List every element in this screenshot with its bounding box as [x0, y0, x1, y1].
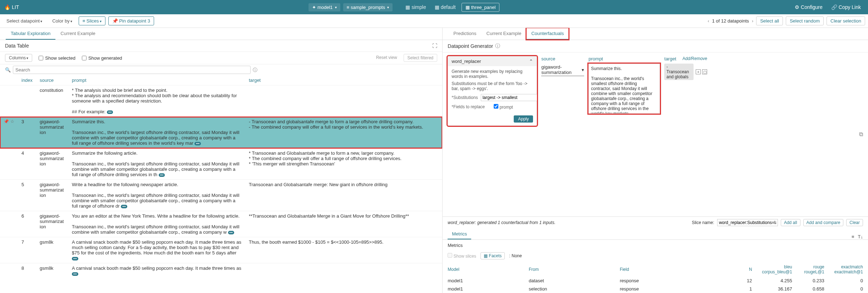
field-prompt-checkbox[interactable]: prompt [494, 104, 533, 110]
app-logo: 🔥 LIT [4, 4, 19, 10]
configure-button[interactable]: ⚙ Configure [792, 3, 825, 11]
cell-prompt: A carnival snack booth made $50 selling … [68, 237, 245, 263]
cell-source: gigaword-summarization [36, 117, 68, 148]
help-icon[interactable]: ⓘ [495, 43, 500, 49]
star-icon[interactable]: ☆ [10, 119, 14, 124]
col-index[interactable]: index [18, 75, 36, 85]
cell-index: 7 [18, 237, 36, 263]
expand-icon[interactable]: ⛶ [432, 43, 437, 49]
slices-button[interactable]: ≡ Slices [79, 16, 105, 25]
cell-prompt: A carnival snack booth made $50 selling … [68, 263, 245, 279]
show-selected-checkbox[interactable]: Show selected [39, 55, 75, 61]
tab-current-example-right[interactable]: Current Example [482, 28, 527, 40]
fields-label: *Fields to replace [452, 104, 491, 109]
mcol-model[interactable]: Model [443, 262, 524, 277]
mcol-rouge[interactable]: rouge rougeL@1 [797, 262, 829, 277]
tab-tabular-exploration[interactable]: Tabular Exploration [6, 28, 55, 40]
ellipsis-icon[interactable]: ••• [159, 173, 165, 177]
slice-name-input[interactable] [717, 219, 778, 226]
cell-target: - Transocean and globalsantafe merge to … [245, 117, 442, 148]
remove-icon[interactable]: ▢ [702, 69, 707, 74]
tab-metrics[interactable]: Metrics [448, 229, 471, 239]
cell-prompt: Summarize the following article. Transoc… [68, 148, 245, 180]
apply-button[interactable]: Apply [514, 115, 533, 123]
cell-prompt: You are an editor at the New York Times.… [68, 211, 245, 237]
status-text: word_replacer: generated 1 counterfactua… [448, 220, 556, 225]
select-filtered-button[interactable]: Select filtered [404, 54, 438, 62]
table-row[interactable]: 8gsm8kA carnival snack booth made $50 se… [0, 263, 442, 279]
mcol-n[interactable]: N [708, 262, 757, 277]
layout-simple[interactable]: ▦ simple [403, 3, 429, 11]
ellipsis-icon[interactable]: ••• [121, 205, 127, 208]
source-col-label: source [541, 56, 584, 61]
columns-button[interactable]: Columns [5, 54, 32, 62]
cell-prompt: Write a headline for the following newsp… [68, 180, 245, 211]
mcol-em[interactable]: exactmatch exactmatch@1 [829, 262, 868, 277]
ellipsis-icon[interactable]: ••• [72, 272, 78, 276]
reset-view-button[interactable]: Reset view [373, 54, 401, 62]
clear-selection-button[interactable]: Clear selection [827, 16, 865, 25]
datapoint-next[interactable]: › [752, 18, 753, 24]
cell-index [18, 85, 36, 117]
color-by-dropdown[interactable]: Color by [49, 17, 75, 25]
help-icon[interactable]: ⓘ [253, 67, 257, 73]
ellipsis-icon[interactable]: ••• [72, 257, 78, 260]
select-datapoint-dropdown[interactable]: Select datapoint [3, 17, 46, 25]
add-icon[interactable]: + [696, 69, 701, 74]
ellipsis-icon[interactable]: ••• [107, 110, 113, 114]
col-target[interactable]: target [245, 75, 442, 85]
select-random-button[interactable]: Select random [786, 16, 824, 25]
table-row[interactable]: 6gigaword-summarizationYou are an editor… [0, 211, 442, 237]
select-all-button[interactable]: Select all [756, 16, 783, 25]
facets-button[interactable]: ▦ Facets [480, 252, 505, 259]
copy-icon[interactable]: ⧉ [859, 131, 863, 137]
table-row[interactable]: 5gigaword-summarizationWrite a headline … [0, 180, 442, 211]
sort-icon[interactable]: T↓ [858, 234, 863, 239]
mcol-bleu[interactable]: bleu corpus_bleu@1 [757, 262, 797, 277]
cell-prompt: Summarize this. Transocean inc., the wor… [68, 117, 245, 148]
show-slices-checkbox[interactable]: Show slices [448, 253, 476, 259]
table-row[interactable]: 4gigaword-summarizationSummarize the fol… [0, 148, 442, 180]
pin-datapoint-button[interactable]: 📌 Pin datapoint 3 [108, 16, 154, 25]
layout-default[interactable]: ▦ default [432, 3, 459, 11]
add-compare-button[interactable]: Add and compare [803, 219, 844, 226]
ellipsis-icon[interactable]: ••• [194, 142, 201, 145]
layout-three-panel[interactable]: ▦ three_panel [462, 3, 500, 12]
prompt-preview: Summarize this. Transocean inc., the wor… [588, 64, 660, 114]
table-row[interactable]: 7gsm8kA carnival snack booth made $50 se… [0, 237, 442, 263]
model-selector[interactable]: ✦ model1 [309, 3, 340, 11]
tab-current-example[interactable]: Current Example [55, 28, 100, 40]
substitutions-input[interactable] [481, 94, 538, 101]
add-all-button[interactable]: Add all [781, 219, 800, 226]
table-row[interactable]: 📌☆3gigaword-summarizationSummarize this.… [0, 117, 442, 148]
mcol-field[interactable]: Field [615, 262, 709, 277]
tab-predictions[interactable]: Predictions [448, 28, 481, 40]
cell-index: 4 [18, 148, 36, 180]
collapse-icon[interactable]: ⌃ [529, 59, 533, 64]
target-col-label: target [664, 56, 676, 61]
drag-icon[interactable]: ≡ [852, 234, 854, 239]
col-prompt[interactable]: prompt [68, 75, 245, 85]
cell-source: gsm8k [36, 237, 68, 263]
col-source[interactable]: source [36, 75, 68, 85]
show-generated-checkbox[interactable]: Show generated [82, 55, 122, 61]
mcol-from[interactable]: From [524, 262, 615, 277]
clear-button[interactable]: Clear [846, 219, 863, 226]
cell-target: Thus, the booth earned $1000 - $105 = $<… [245, 237, 442, 263]
metrics-title: Metrics [443, 240, 868, 251]
source-select[interactable]: gigaword-summarization ▾ [541, 64, 584, 76]
datapoint-prev[interactable]: ‹ [707, 18, 709, 24]
cell-target: * Transocean and Globalsantafe merge to … [245, 148, 442, 180]
cell-source: gigaword-summarization [36, 148, 68, 180]
tab-counterfactuals[interactable]: Counterfactuals [526, 28, 569, 40]
dataset-selector[interactable]: ≡ sample_prompts [343, 3, 393, 11]
data-table-title: Data Table [5, 43, 29, 49]
pin-icon[interactable]: 📌 [4, 119, 9, 124]
cell-source: gsm8k [36, 263, 68, 279]
table-row[interactable]: constitution* The analysis should be bri… [0, 85, 442, 117]
ellipsis-icon[interactable]: ••• [228, 231, 234, 234]
copy-link-button[interactable]: 🔗 Copy Link [828, 3, 864, 11]
search-input[interactable] [13, 66, 251, 74]
add-remove-link[interactable]: Add/Remove [682, 56, 707, 64]
generator-desc: Generate new examples by replacing words… [452, 69, 533, 79]
